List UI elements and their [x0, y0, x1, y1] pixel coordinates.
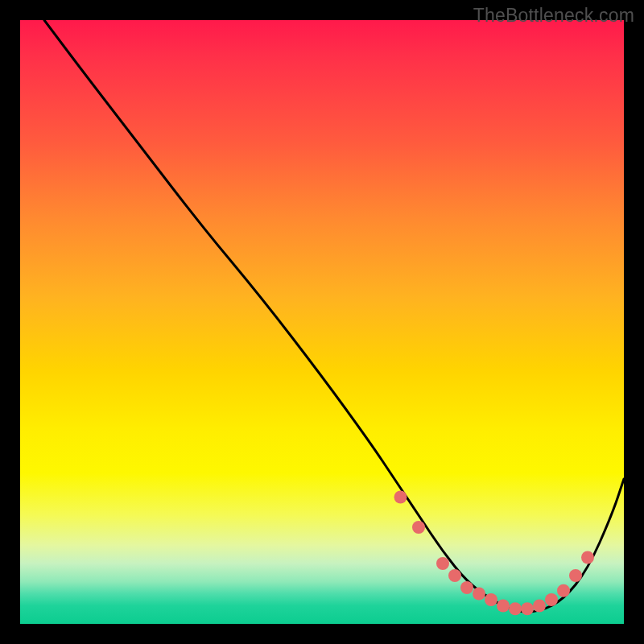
bottleneck-curve — [44, 20, 624, 612]
highlight-dots — [394, 491, 595, 616]
highlight-dot — [497, 600, 510, 613]
highlight-dot — [485, 593, 497, 606]
highlight-dot — [533, 600, 546, 613]
highlight-dot — [569, 569, 582, 582]
highlight-dot — [394, 491, 407, 504]
highlight-dot — [581, 551, 594, 564]
plot-area — [20, 20, 624, 624]
watermark-text: TheBottleneck.com — [473, 5, 634, 27]
highlight-dot — [473, 588, 485, 601]
highlight-dot — [557, 584, 570, 597]
curve-layer — [20, 20, 624, 624]
highlight-dot — [545, 593, 558, 606]
highlight-dot — [448, 569, 461, 582]
highlight-dot — [509, 602, 522, 615]
highlight-dot — [460, 581, 473, 594]
highlight-dot — [412, 521, 425, 534]
chart-frame: TheBottleneck.com — [0, 0, 644, 644]
highlight-dot — [521, 602, 534, 615]
highlight-dot — [436, 557, 449, 570]
